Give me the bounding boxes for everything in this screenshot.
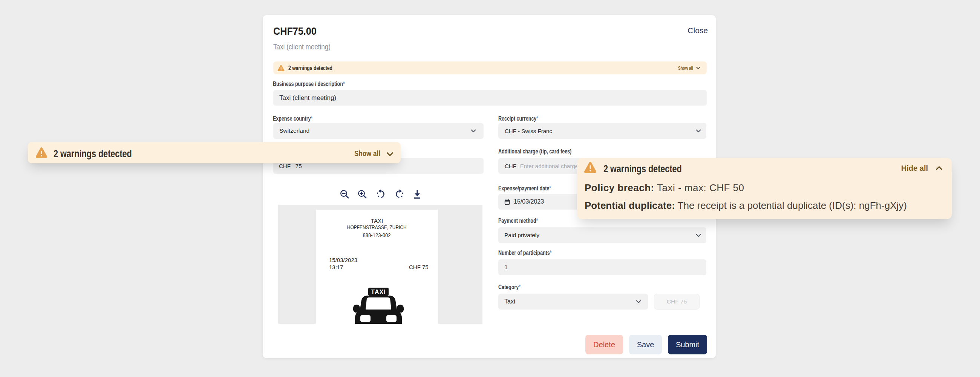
- svg-text:TAXI: TAXI: [371, 289, 386, 295]
